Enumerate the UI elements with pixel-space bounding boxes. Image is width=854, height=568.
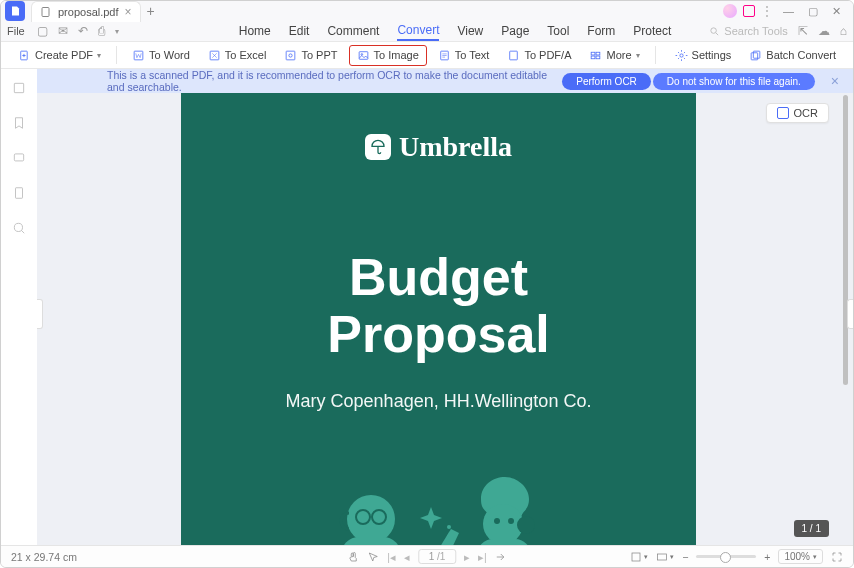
create-pdf-icon <box>18 49 31 62</box>
dropdown-icon[interactable]: ▾ <box>115 27 119 36</box>
tab-edit[interactable]: Edit <box>289 22 310 40</box>
svg-point-31 <box>447 525 451 529</box>
comments-icon[interactable] <box>12 151 26 168</box>
scrollbar-thumb[interactable] <box>843 95 848 385</box>
search-panel-icon[interactable] <box>12 221 26 238</box>
create-pdf-button[interactable]: Create PDF ▾ <box>11 46 108 65</box>
page-number-input[interactable]: 1 /1 <box>418 549 456 564</box>
gear-icon <box>675 49 688 62</box>
svg-rect-14 <box>597 56 601 59</box>
tab-close-icon[interactable]: × <box>125 5 132 19</box>
more-button[interactable]: More ▾ <box>582 46 646 65</box>
tab-page[interactable]: Page <box>501 22 529 40</box>
document-canvas[interactable]: This is a scanned PDF, and it is recomme… <box>37 69 853 545</box>
svg-rect-13 <box>592 56 596 59</box>
svg-rect-33 <box>658 554 667 560</box>
tab-home[interactable]: Home <box>239 22 271 40</box>
svg-point-22 <box>347 495 395 543</box>
svg-point-1 <box>711 27 717 32</box>
dont-show-button[interactable]: Do not show for this file again. <box>653 73 815 90</box>
thumbnails-icon[interactable] <box>12 81 26 98</box>
more-icon <box>589 49 602 62</box>
tab-tool[interactable]: Tool <box>547 22 569 40</box>
home-icon[interactable]: ⌂ <box>840 24 847 38</box>
extension-icon[interactable] <box>743 5 755 17</box>
window-minimize[interactable]: — <box>783 5 794 17</box>
ocr-banner: This is a scanned PDF, and it is recomme… <box>37 69 853 93</box>
svg-rect-10 <box>510 51 518 60</box>
image-icon <box>357 49 370 62</box>
view-mode-icon[interactable]: ▾ <box>630 551 648 563</box>
print-icon[interactable]: ⎙ <box>98 24 105 38</box>
fullscreen-icon[interactable] <box>831 551 843 563</box>
document-author: Mary Copenhagen, HH.Wellington Co. <box>181 391 696 412</box>
expand-left-handle[interactable] <box>37 299 43 329</box>
mail-icon[interactable]: ✉ <box>58 24 68 38</box>
svg-point-30 <box>517 516 535 534</box>
last-page-icon[interactable]: ▸| <box>478 551 487 563</box>
ocr-badge-icon <box>777 107 789 119</box>
undo-icon[interactable]: ↶ <box>78 24 88 38</box>
app-icon <box>5 1 25 21</box>
document-tab[interactable]: proposal.pdf × <box>31 1 141 22</box>
expand-right-handle[interactable] <box>847 299 853 329</box>
svg-rect-16 <box>751 52 758 59</box>
next-page-icon[interactable]: ▸ <box>464 551 470 563</box>
new-tab-button[interactable]: + <box>147 3 155 19</box>
zoom-out-icon[interactable]: − <box>682 551 688 563</box>
fit-mode-icon[interactable]: ▾ <box>656 551 674 563</box>
tab-comment[interactable]: Comment <box>327 22 379 40</box>
title-bar: proposal.pdf × + ⋮ — ▢ ✕ <box>1 1 853 21</box>
tab-view[interactable]: View <box>457 22 483 40</box>
first-page-icon[interactable]: |◂ <box>387 551 396 563</box>
zoom-value[interactable]: 100%▾ <box>778 549 823 564</box>
pdf-tab-icon <box>40 6 52 18</box>
svg-point-15 <box>679 53 682 56</box>
tab-convert[interactable]: Convert <box>397 21 439 41</box>
to-ppt-button[interactable]: To PPT <box>277 46 344 65</box>
to-word-button[interactable]: To Word <box>125 46 197 65</box>
perform-ocr-button[interactable]: Perform OCR <box>562 73 651 90</box>
settings-button[interactable]: Settings <box>668 46 739 65</box>
search-tools[interactable]: Search Tools <box>709 25 787 37</box>
select-tool-icon[interactable] <box>367 551 379 563</box>
attachments-icon[interactable] <box>12 186 26 203</box>
svg-rect-17 <box>754 51 761 58</box>
svg-rect-19 <box>14 154 23 161</box>
tab-title: proposal.pdf <box>58 6 119 18</box>
svg-rect-7 <box>359 51 368 59</box>
to-pdfa-button[interactable]: To PDF/A <box>500 46 578 65</box>
pdfa-icon <box>507 49 520 62</box>
window-maximize[interactable]: ▢ <box>808 5 818 18</box>
main-area: This is a scanned PDF, and it is recomme… <box>1 69 853 545</box>
to-excel-button[interactable]: To Excel <box>201 46 274 65</box>
document-title: Budget Proposal <box>181 249 696 363</box>
quick-access-toolbar: ▢ ✉ ↶ ⎙ ▾ <box>37 24 119 38</box>
more-menu-icon[interactable]: ⋮ <box>761 4 773 18</box>
tab-form[interactable]: Form <box>587 22 615 40</box>
svg-rect-23 <box>341 537 401 545</box>
illustration <box>181 469 696 545</box>
tab-protect[interactable]: Protect <box>633 22 671 40</box>
share-icon[interactable]: ⇱ <box>798 24 808 38</box>
svg-rect-12 <box>597 52 601 55</box>
ocr-float-button[interactable]: OCR <box>766 103 829 123</box>
window-close[interactable]: ✕ <box>832 5 841 18</box>
banner-close-icon[interactable]: × <box>831 73 839 89</box>
jump-icon[interactable] <box>495 551 507 563</box>
prev-page-icon[interactable]: ◂ <box>404 551 410 563</box>
zoom-slider[interactable] <box>696 555 756 558</box>
zoom-in-icon[interactable]: + <box>764 551 770 563</box>
hand-tool-icon[interactable] <box>347 551 359 563</box>
svg-rect-3 <box>134 51 143 60</box>
svg-rect-0 <box>42 7 49 16</box>
profile-avatar[interactable] <box>723 4 737 18</box>
to-image-button[interactable]: To Image <box>349 45 427 66</box>
bookmarks-icon[interactable] <box>12 116 26 133</box>
cloud-icon[interactable]: ☁ <box>818 24 830 38</box>
batch-convert-button[interactable]: Batch Convert <box>742 46 843 65</box>
to-text-button[interactable]: To Text <box>431 46 497 65</box>
save-icon[interactable]: ▢ <box>37 24 48 38</box>
menu-bar: File ▢ ✉ ↶ ⎙ ▾ Home Edit Comment Convert… <box>1 21 853 41</box>
file-menu[interactable]: File <box>7 25 25 37</box>
